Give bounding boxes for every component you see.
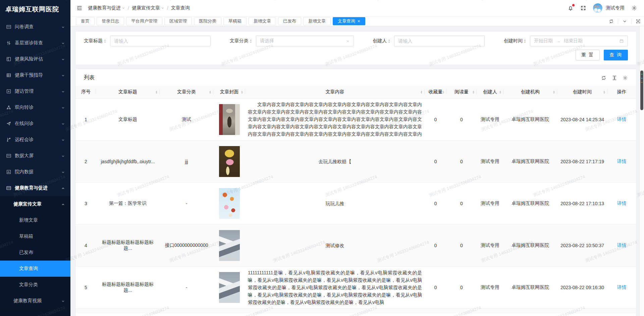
- sidebar-item-随访管理[interactable]: 随访管理: [0, 83, 70, 99]
- article-title-input[interactable]: [114, 38, 207, 44]
- sort-icon[interactable]: ▲▼: [241, 90, 243, 94]
- detail-link[interactable]: 详情: [617, 159, 627, 164]
- column-header-文章分类[interactable]: 文章分类▲▼: [160, 86, 213, 98]
- chevron-down-icon: [61, 73, 65, 77]
- column-header-文章封面[interactable]: 文章封面▲▼: [213, 86, 245, 98]
- sidebar-item-在线问诊[interactable]: 在线问诊: [0, 116, 70, 132]
- table-toolbar: [601, 75, 628, 81]
- user-name[interactable]: 测试专用: [606, 5, 625, 11]
- cell-article-cover: [213, 98, 245, 140]
- cell-article-title: 文章标题: [96, 98, 160, 140]
- detail-link[interactable]: 详情: [617, 242, 627, 248]
- sort-icon[interactable]: ▲▼: [553, 90, 555, 94]
- column-header-收藏量[interactable]: 收藏量▲▼: [425, 86, 446, 98]
- sidebar-item-新增文章[interactable]: 新增文章: [0, 212, 70, 228]
- maximize-icon[interactable]: [636, 19, 641, 24]
- cell-empty: [76, 308, 96, 314]
- cell-article-content: 文章内容文章内容文章内容文章内容文章内容文章内容文章内容文章内容文章内容文章内容…: [245, 98, 425, 140]
- table-header-row: 序号文章标题▲▼文章分类▲▼文章封面▲▼文章内容▲▼收藏量▲▼阅读量▲▼创建人▲…: [76, 86, 636, 98]
- scrollbar-thumb[interactable]: [640, 71, 643, 110]
- sort-icon[interactable]: ▲▼: [603, 90, 605, 94]
- tab-已发布[interactable]: 已发布: [278, 17, 301, 25]
- row-density-icon[interactable]: [612, 75, 617, 81]
- tab-登录日志[interactable]: 登录日志: [97, 17, 124, 25]
- column-label: 文章分类: [177, 89, 196, 94]
- reset-button[interactable]: 重 置: [576, 50, 600, 60]
- tab-草稿箱[interactable]: 草稿箱: [223, 17, 247, 25]
- detail-link[interactable]: 详情: [617, 284, 627, 290]
- sidebar-item-已发布[interactable]: 已发布: [0, 244, 70, 261]
- divider: [618, 18, 618, 24]
- date-range-picker[interactable]: 开始日期 → 结束日期: [530, 36, 628, 46]
- sidebar-item-院内数据[interactable]: 院内数据: [0, 164, 70, 180]
- query-button[interactable]: 查 询: [604, 50, 628, 60]
- tab-医院分类[interactable]: 医院分类: [194, 17, 221, 25]
- sidebar-item-草稿箱[interactable]: 草稿箱: [0, 228, 70, 244]
- sort-icon[interactable]: ▲▼: [420, 90, 423, 94]
- settings-gear-icon[interactable]: [631, 5, 637, 11]
- sidebar-item-健康风险评估[interactable]: 健康风险评估: [0, 51, 70, 67]
- column-header-创建人[interactable]: 创建人▲▼: [477, 86, 503, 98]
- cell-index: 5: [76, 266, 96, 308]
- tab-新增文章[interactable]: 新增文章: [249, 17, 276, 25]
- cell-article-category: jjj: [160, 140, 213, 182]
- chevron-down-icon: [61, 170, 65, 174]
- sort-icon[interactable]: ▲▼: [209, 90, 211, 94]
- page-scrollbar[interactable]: [639, 26, 644, 316]
- sort-icon[interactable]: ▲▼: [155, 90, 158, 94]
- sidebar-item-健康宣传文章[interactable]: 健康宣传文章: [0, 196, 70, 212]
- tab-平台用户管理[interactable]: 平台用户管理: [126, 17, 162, 25]
- breadcrumb-item-1[interactable]: 健康教育与促进: [88, 5, 125, 11]
- breadcrumb-item-2[interactable]: 健康宣传文章: [132, 5, 164, 11]
- detail-link[interactable]: 详情: [617, 117, 627, 122]
- sort-icon[interactable]: ▲▼: [472, 90, 475, 94]
- cell-article-cover: [213, 266, 245, 308]
- menu-fold-icon[interactable]: [76, 5, 83, 11]
- sidebar-item-远程会诊[interactable]: 远程会诊: [0, 132, 70, 148]
- sidebar-item-双向转诊[interactable]: 双向转诊: [0, 99, 70, 116]
- field-create-time: 创建时间： 开始日期 → 结束日期: [504, 36, 628, 46]
- sidebar-item-基层巡诊筛查[interactable]: 基层巡诊筛查: [0, 35, 70, 51]
- tab-close-icon[interactable]: ✕: [357, 19, 360, 23]
- sidebar-item-健康干预指导[interactable]: 健康干预指导: [0, 67, 70, 83]
- tab-新增文章[interactable]: 新增文章: [303, 17, 331, 25]
- fullscreen-icon[interactable]: [580, 5, 586, 11]
- column-header-文章标题[interactable]: 文章标题▲▼: [96, 86, 160, 98]
- creator-input[interactable]: [398, 38, 481, 44]
- column-header-序号: 序号: [76, 86, 96, 98]
- column-header-操作: 操作: [607, 86, 636, 98]
- chevron-down-icon[interactable]: [622, 19, 627, 24]
- sidebar-item-健康教育与促进[interactable]: 健康教育与促进: [0, 180, 70, 196]
- table-refresh-icon[interactable]: [601, 75, 606, 81]
- sidebar-item-数据大屏[interactable]: 数据大屏: [0, 148, 70, 164]
- tab-文章查询[interactable]: 文章查询✕: [333, 17, 365, 25]
- column-header-创建机构[interactable]: 创建机构▲▼: [503, 86, 557, 98]
- cell-creator: 测试专用: [477, 182, 503, 224]
- sidebar-item-健康教育视频[interactable]: 健康教育视频: [0, 293, 70, 309]
- sort-icon[interactable]: ▲▼: [499, 90, 501, 94]
- detail-link[interactable]: 详情: [617, 200, 627, 206]
- column-header-创建时间[interactable]: 创建时间▲▼: [557, 86, 607, 98]
- breadcrumb-separator: /: [166, 5, 169, 11]
- sort-icon[interactable]: ▲▼: [442, 90, 444, 94]
- cell-reads: 0: [446, 140, 477, 182]
- sidebar-item-文章分类[interactable]: 文章分类: [0, 277, 70, 293]
- user-avatar[interactable]: [593, 3, 602, 13]
- tabbar-tools: [609, 18, 641, 24]
- column-header-阅读量[interactable]: 阅读量▲▼: [446, 86, 477, 98]
- tab-首页[interactable]: 首页: [76, 17, 95, 25]
- sidebar-item-文章查询[interactable]: 文章查询: [0, 261, 70, 277]
- tab-区域管理[interactable]: 区域管理: [164, 17, 192, 25]
- cell-empty: [503, 308, 557, 314]
- notification-bell-icon[interactable]: [568, 5, 574, 11]
- column-header-文章内容[interactable]: 文章内容▲▼: [245, 86, 425, 98]
- list-panel: 列表: [76, 69, 636, 316]
- chevron-up-icon: [61, 202, 65, 206]
- data-screen-icon: [6, 153, 11, 159]
- column-label: 收藏量: [429, 89, 443, 94]
- sidebar-item-label: 远程会诊: [15, 137, 61, 143]
- sidebar-item-问卷调查[interactable]: 问卷调查: [0, 19, 70, 35]
- column-settings-gear-icon[interactable]: [623, 75, 628, 81]
- article-category-select[interactable]: 请选择: [256, 36, 354, 46]
- refresh-icon[interactable]: [609, 19, 614, 24]
